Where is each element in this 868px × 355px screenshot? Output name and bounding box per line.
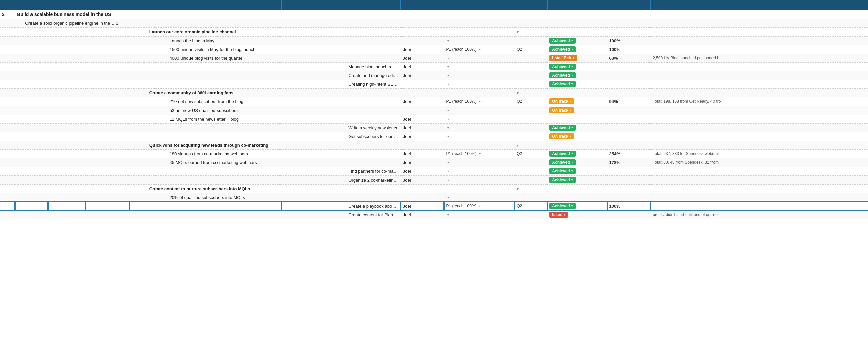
table-row[interactable]: Create a solid organic pipeline engine i… bbox=[0, 19, 868, 28]
priority-dropdown-empty[interactable]: ▾ bbox=[447, 56, 449, 60]
table-row[interactable]: Create a community of 360Learning fans ▾ bbox=[0, 89, 868, 97]
priority-dropdown[interactable]: ▾ bbox=[479, 100, 480, 103]
status-dropdown-arrow[interactable]: ▾ bbox=[564, 213, 565, 216]
status-badge[interactable]: On track ▾ bbox=[549, 107, 574, 113]
table-row[interactable]: Create a playbook about Onboarding Joei … bbox=[0, 202, 868, 210]
status-badge[interactable]: Issue ▾ bbox=[549, 212, 568, 218]
col-id[interactable] bbox=[0, 0, 15, 10]
table-row[interactable]: 45 MQLs earned from co-marketing webinar… bbox=[0, 158, 868, 167]
priority-cell[interactable]: P1 (reach 100%) ▾ bbox=[444, 45, 515, 54]
priority-dropdown-empty[interactable]: ▾ bbox=[447, 126, 449, 130]
status-badge[interactable]: Achieved ▾ bbox=[549, 125, 576, 131]
priority-cell[interactable]: P1 (reach 100%) ▾ bbox=[444, 202, 515, 210]
status-dropdown-arrow[interactable]: ▾ bbox=[571, 178, 573, 182]
status-badge[interactable]: Achieved ▾ bbox=[549, 72, 576, 78]
col-completion[interactable] bbox=[607, 0, 651, 10]
status-cell[interactable]: Achieved ▾ bbox=[547, 62, 607, 71]
status-cell[interactable]: Achieved ▾ bbox=[547, 36, 607, 45]
table-row[interactable]: Creating high-intent SEO content ▾ Achie… bbox=[0, 80, 868, 89]
status-dropdown-arrow[interactable]: ▾ bbox=[571, 83, 573, 86]
status-badge[interactable]: Achieved ▾ bbox=[549, 81, 576, 87]
priority-dropdown-empty[interactable]: ▾ bbox=[447, 169, 449, 173]
priority-dropdown-empty[interactable]: ▾ bbox=[447, 117, 449, 121]
status-dropdown-arrow[interactable]: ▾ bbox=[571, 47, 573, 51]
table-row[interactable]: 1500 unique visits in May for the blog l… bbox=[0, 45, 868, 54]
priority-cell[interactable]: ▾ bbox=[444, 158, 515, 167]
status-dropdown-arrow[interactable]: ▾ bbox=[571, 204, 573, 207]
status-cell[interactable]: Achieved ▾ bbox=[547, 80, 607, 89]
priority-cell[interactable]: ▾ bbox=[444, 106, 515, 115]
priority-cell[interactable]: P1 (reach 100%) ▾ bbox=[444, 149, 515, 158]
status-dropdown-arrow[interactable]: ▾ bbox=[570, 100, 571, 103]
table-row[interactable]: 11 MQLs from the newsletter + blog Joei … bbox=[0, 115, 868, 123]
status-badge[interactable]: Achieved ▾ bbox=[549, 203, 576, 209]
status-badge[interactable]: Achieved ▾ bbox=[549, 159, 576, 165]
priority-cell[interactable]: ▾ bbox=[444, 54, 515, 62]
priority-dropdown[interactable]: ▾ bbox=[479, 47, 480, 51]
priority-cell[interactable]: ▾ bbox=[444, 175, 515, 184]
priority-cell[interactable]: ▾ bbox=[444, 167, 515, 175]
status-cell[interactable]: Achieved ▾ bbox=[547, 45, 607, 54]
status-cell[interactable]: Achieved ▾ bbox=[547, 202, 607, 210]
priority-dropdown-empty[interactable]: ▾ bbox=[447, 39, 449, 42]
table-row[interactable]: Get subscribers for our newsletter Joei … bbox=[0, 132, 868, 141]
priority-dropdown[interactable]: ▾ bbox=[479, 204, 480, 208]
col-status[interactable] bbox=[547, 0, 607, 10]
table-row[interactable]: Write a weekly newsletter Joei ▾ Achieve… bbox=[0, 123, 868, 132]
col-360okr[interactable] bbox=[15, 0, 48, 10]
status-dropdown-arrow[interactable]: ▾ bbox=[571, 74, 573, 77]
col-teamokr[interactable] bbox=[48, 0, 86, 10]
status-dropdown-arrow[interactable]: ▾ bbox=[571, 161, 573, 164]
table-row[interactable]: Find partners for co-marketing Joei ▾ Ac… bbox=[0, 167, 868, 175]
priority-dropdown-empty[interactable]: ▾ bbox=[447, 196, 449, 199]
status-badge[interactable]: Achieved ▾ bbox=[549, 168, 576, 174]
table-row[interactable]: Create and manage editorial plan Joei ▾ … bbox=[0, 71, 868, 80]
priority-dropdown[interactable]: ▾ bbox=[479, 152, 480, 156]
status-cell[interactable]: Achieved ▾ bbox=[547, 149, 607, 158]
priority-dropdown-empty[interactable]: ▾ bbox=[447, 65, 449, 69]
col-comments[interactable] bbox=[651, 0, 868, 10]
priority-dropdown-empty[interactable]: ▾ bbox=[447, 213, 449, 217]
table-row[interactable]: Create content for Pierre's nurturing wo… bbox=[0, 210, 868, 219]
col-objective[interactable] bbox=[86, 0, 129, 10]
priority-cell[interactable]: ▾ bbox=[444, 36, 515, 45]
table-row[interactable]: 210 net new subscribers from the blog Jo… bbox=[0, 97, 868, 106]
table-row[interactable]: Create content to nurture subscribers in… bbox=[0, 184, 868, 193]
timing-dropdown[interactable]: ▾ bbox=[517, 187, 519, 191]
status-dropdown-arrow[interactable]: ▾ bbox=[570, 135, 571, 138]
table-row[interactable]: 2 Build a scalable business model in the… bbox=[0, 10, 868, 19]
table-row[interactable]: Manage blog launch roadmap Joei ▾ Achiev… bbox=[0, 62, 868, 71]
status-badge[interactable]: Achieved ▾ bbox=[549, 64, 576, 70]
status-cell[interactable]: On track ▾ bbox=[547, 132, 607, 141]
table-row[interactable]: Launch the blog in May ▾ Achieved ▾ 100% bbox=[0, 36, 868, 45]
priority-cell[interactable]: ▾ bbox=[444, 62, 515, 71]
priority-cell[interactable]: ▾ bbox=[444, 115, 515, 123]
status-dropdown-arrow[interactable]: ▾ bbox=[573, 56, 575, 60]
col-timing[interactable] bbox=[515, 0, 547, 10]
status-dropdown-arrow[interactable]: ▾ bbox=[570, 108, 571, 112]
priority-cell[interactable]: ▾ bbox=[444, 80, 515, 89]
col-priority[interactable] bbox=[444, 0, 515, 10]
status-badge[interactable]: Achieved ▾ bbox=[549, 151, 576, 157]
priority-dropdown-empty[interactable]: ▾ bbox=[447, 135, 449, 138]
status-badge[interactable]: Achieved ▾ bbox=[549, 37, 576, 43]
priority-cell[interactable]: ▾ bbox=[444, 193, 515, 202]
timing-dropdown[interactable]: ▾ bbox=[517, 143, 519, 148]
col-owner[interactable] bbox=[401, 0, 444, 10]
status-badge[interactable]: On track ▾ bbox=[549, 98, 574, 104]
priority-dropdown-empty[interactable]: ▾ bbox=[447, 108, 449, 112]
status-badge[interactable]: Late / Beh ▾ bbox=[549, 55, 577, 61]
table-row[interactable]: Launch our core organic pipeline channel… bbox=[0, 28, 868, 36]
status-dropdown-arrow[interactable]: ▾ bbox=[571, 126, 573, 129]
status-cell[interactable]: Late / Beh ▾ bbox=[547, 54, 607, 62]
status-badge[interactable]: On track ▾ bbox=[549, 133, 574, 139]
status-cell[interactable] bbox=[547, 193, 607, 202]
status-badge[interactable]: Achieved ▾ bbox=[549, 46, 576, 52]
table-row[interactable]: 53 net new US qualified subscibers ▾ On … bbox=[0, 106, 868, 115]
status-dropdown-arrow[interactable]: ▾ bbox=[571, 65, 573, 68]
status-cell[interactable]: Issue ▾ bbox=[547, 210, 607, 219]
status-dropdown-arrow[interactable]: ▾ bbox=[571, 39, 573, 42]
status-cell[interactable]: Achieved ▾ bbox=[547, 123, 607, 132]
status-dropdown-arrow[interactable]: ▾ bbox=[571, 152, 573, 155]
status-cell[interactable]: On track ▾ bbox=[547, 97, 607, 106]
